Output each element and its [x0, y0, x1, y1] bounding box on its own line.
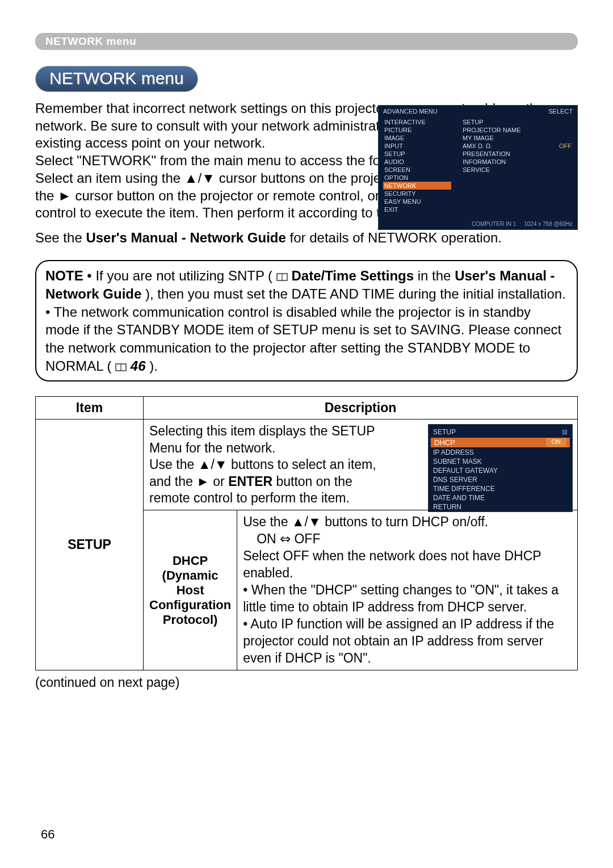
dhcp-description-cell: Use the ▲/▼ buttons to turn DHCP on/off.… — [237, 510, 578, 670]
osd-amx-value: OFF — [559, 142, 572, 149]
osd-dhcp-value: ON — [546, 438, 567, 447]
osd-dhcp-label: DHCP — [434, 438, 455, 447]
section-header-label: NETWORK menu — [45, 35, 136, 47]
th-description: Description — [144, 397, 578, 420]
osd-mid-item: SETUP — [461, 118, 573, 126]
osd-left-item: EASY MENU — [383, 198, 451, 206]
osd-left-item: SCREEN — [383, 166, 451, 174]
osd-left-item: EXIT — [383, 206, 451, 213]
note-label: NOTE — [45, 268, 83, 283]
osd-left-column: INTERACTIVE PICTURE IMAGE INPUT SETUP AU… — [383, 118, 451, 213]
osd-title: ADVANCED MENU — [383, 108, 438, 115]
osd-advanced-menu-screenshot: ADVANCED MENU SELECT INTERACTIVE PICTURE… — [378, 105, 578, 230]
intro-p2: Select an item using the ▲/▼ cursor butt… — [35, 170, 347, 186]
osd-left-item: INPUT — [383, 142, 451, 150]
close-icon: ⊠ — [562, 428, 568, 436]
see-b: for details of NETWORK operation. — [290, 230, 502, 245]
note-pageref: 46 — [131, 358, 146, 374]
setup-intro-a: Selecting this item displays the SETUP M… — [149, 423, 375, 455]
osd-setup-item: DNS SERVER — [432, 475, 569, 484]
intro-block: Remember that incorrect network settings… — [35, 100, 578, 222]
note-bullet1-c: ), then you must set the DATE AND TIME d… — [145, 286, 566, 301]
osd-resolution-label: 1024 x 768 @60Hz — [524, 221, 573, 227]
osd-setup-item: DATE AND TIME — [432, 493, 569, 502]
osd-left-item: SETUP — [383, 150, 451, 158]
osd-left-item: SECURITY — [383, 190, 451, 198]
osd-network-highlight: NETWORK — [383, 182, 451, 190]
note-bullet2-end: ). — [149, 358, 158, 374]
section-header: NETWORK menu — [35, 33, 578, 50]
dhcp-line4: • When the "DHCP" setting changes to "ON… — [243, 582, 572, 616]
osd-setup-item: SUBNET MASK — [432, 457, 569, 466]
continued-label: (continued on next page) — [35, 675, 578, 690]
osd-setup-item: DEFAULT GATEWAY — [432, 466, 569, 475]
setup-intro-enter: ENTER — [228, 474, 272, 489]
see-a: See the — [35, 230, 86, 245]
dhcp-line1: Use the ▲/▼ buttons to turn DHCP on/off. — [243, 514, 572, 531]
osd-left-item: OPTION — [383, 174, 451, 182]
dhcp-line5: • Auto IP function will be assigned an I… — [243, 616, 572, 667]
note-box: NOTE • If you are not utilizing SNTP ( D… — [35, 260, 578, 381]
note-bullet1-b: in the — [418, 268, 455, 283]
dhcp-label: DHCP — [173, 553, 208, 568]
setup-item-cell: SETUP — [36, 420, 144, 670]
page-title: NETWORK menu — [35, 66, 198, 92]
osd-left-item: AUDIO — [383, 158, 451, 166]
dhcp-line2: ON ⇔ OFF — [243, 531, 572, 548]
osd-mid-column: SETUP PROJECTOR NAME MY IMAGE AMX D. D. … — [461, 118, 573, 213]
see-line: See the User's Manual - Network Guide fo… — [35, 229, 578, 246]
book-icon — [115, 363, 127, 372]
osd-mid-item: PRESENTATION — [461, 150, 573, 158]
osd-setup-screenshot: SETUP ⊠ DHCP ON IP ADDRESS SUBNET MASK D… — [428, 424, 573, 512]
osd-setup-title: SETUP — [433, 428, 456, 436]
th-item: Item — [36, 397, 144, 420]
dhcp-label-full: (Dynamic Host Configuration Protocol) — [149, 568, 231, 627]
page-number: 66 — [41, 827, 54, 842]
osd-setup-item: RETURN — [432, 502, 569, 511]
osd-left-item: INTERACTIVE — [383, 118, 451, 126]
osd-input-label: COMPUTER IN 1 — [472, 221, 516, 227]
osd-mid-item: MY IMAGE — [461, 134, 573, 142]
osd-left-item: IMAGE — [383, 134, 451, 142]
dhcp-line3: Select OFF when the network does not hav… — [243, 548, 572, 582]
book-icon — [276, 272, 288, 282]
osd-setup-item: TIME DIFFERENCE — [432, 484, 569, 493]
osd-setup-item: IP ADDRESS — [432, 448, 569, 457]
description-table: Item Description SETUP Selecting this it… — [35, 396, 578, 670]
osd-mid-item: PROJECTOR NAME — [461, 126, 573, 134]
setup-description-cell: Selecting this item displays the SETUP M… — [144, 420, 578, 510]
osd-left-item: PICTURE — [383, 126, 451, 134]
dhcp-subitem-cell: DHCP (Dynamic Host Configuration Protoco… — [144, 510, 237, 670]
osd-select: SELECT — [548, 108, 573, 115]
note-bold1: Date/Time Settings — [291, 268, 414, 283]
see-bold: User's Manual - Network Guide — [86, 230, 285, 245]
osd-mid-item: SERVICE — [461, 166, 573, 174]
note-bullet1-a: • If you are not utilizing SNTP ( — [87, 268, 272, 283]
osd-mid-item: AMX D. D. — [463, 142, 492, 149]
osd-mid-item: INFORMATION — [461, 158, 573, 166]
